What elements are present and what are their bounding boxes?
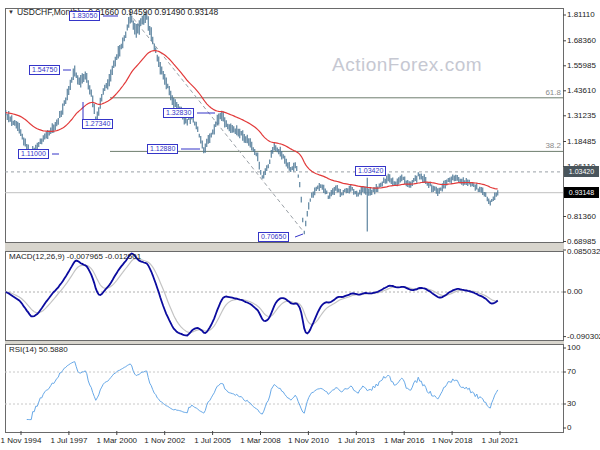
date-axis-label: 1 Jul 1997	[50, 436, 87, 446]
price-axis-label: 0.81360	[567, 212, 596, 222]
rsi-axis-label: 30	[567, 399, 576, 409]
price-annotation[interactable]: 0.70650	[258, 232, 289, 242]
price-axis-label: 1.43610	[567, 86, 596, 96]
date-axis-label: 1 Nov 2018	[432, 436, 473, 446]
price-axis-label: 1.55985	[567, 61, 596, 71]
macd-label: MACD(12,26,9) -0.007965 -0.012501	[9, 252, 141, 261]
price-axis-label: 1.31235	[567, 111, 596, 121]
date-axis-label: 1 Mar 2008	[240, 436, 280, 446]
price-axis-label: 0.68985	[567, 237, 596, 247]
price-annotation[interactable]: 1.32830	[163, 108, 194, 118]
date-axis-label: 1 Mar 2000	[97, 436, 137, 446]
rsi-label: RSI(14) 50.5880	[9, 345, 68, 354]
price-annotation[interactable]: 1.12880	[147, 144, 178, 154]
fib-level-label: 61.8	[531, 88, 561, 98]
rsi-axis-label: 0	[567, 423, 571, 433]
macd-axis-label: -0.090302	[567, 332, 600, 342]
axis-price-marker: 1.03420	[564, 166, 599, 177]
chart-title-ohlc: 0.91660 0.94590 0.91490 0.93148	[88, 7, 218, 17]
rsi-axis-label: 70	[567, 367, 576, 377]
price-axis-label: 1.68360	[567, 36, 596, 46]
price-annotation[interactable]: 1.54750	[29, 65, 60, 75]
date-axis-label: 1 Mar 2016	[384, 436, 424, 446]
symbol-dropdown-icon[interactable]: ▼	[8, 9, 14, 15]
chart-title: ▼USDCHF,Monthly 0.91660 0.94590 0.91490 …	[8, 7, 218, 17]
price-annotation[interactable]: 1.03420	[355, 166, 386, 176]
date-axis-label: 1 Jul 2021	[482, 436, 519, 446]
date-axis-label: 1 Nov 1994	[1, 436, 42, 446]
price-axis-label: 1.81110	[567, 10, 595, 20]
date-axis-label: 1 Jul 2013	[338, 436, 375, 446]
price-annotation[interactable]: 1.83050	[69, 11, 100, 21]
rsi-axis-label: 100	[567, 343, 580, 353]
fib-level-label: 38.2	[531, 141, 561, 151]
watermark: ActionForex.com	[332, 54, 482, 76]
price-axis-label: 1.18485	[567, 137, 596, 147]
date-axis-label: 1 Jul 2005	[194, 436, 231, 446]
macd-panel[interactable]	[5, 251, 564, 341]
panel-separator[interactable]	[5, 243, 564, 251]
macd-axis-label: 0.00	[567, 287, 583, 297]
chart-window: ▼USDCHF,Monthly 0.91660 0.94590 0.91490 …	[0, 0, 600, 450]
price-annotation[interactable]: 1.11000	[18, 149, 49, 159]
macd-axis-label: 0.085032	[567, 247, 600, 257]
axis-price-marker: 0.93148	[564, 187, 599, 198]
price-annotation[interactable]: 1.27340	[82, 119, 113, 129]
rsi-panel[interactable]	[5, 344, 564, 433]
date-axis-label: 1 Nov 2010	[288, 436, 329, 446]
date-axis-label: 1 Nov 2002	[144, 436, 185, 446]
